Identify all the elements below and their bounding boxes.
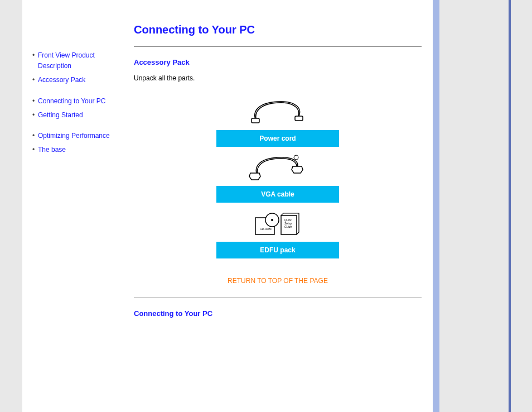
vga-cable-icon xyxy=(244,151,311,183)
section-heading-accessory-pack: Accessory Pack xyxy=(134,58,422,66)
sidebar-item-accessory-pack[interactable]: Accessory Pack xyxy=(32,75,117,85)
sidebar-item-connecting[interactable]: Connecting to Your PC xyxy=(32,96,117,107)
sidebar-nav: Front View Product Description Accessory… xyxy=(22,0,123,412)
sidebar-link[interactable]: Front View Product Description xyxy=(38,51,95,70)
sidebar-link[interactable]: Getting Started xyxy=(38,111,83,119)
accessory-vga-cable: VGA cable xyxy=(216,151,339,203)
sidebar-link[interactable]: Accessory Pack xyxy=(38,76,85,84)
right-border-bar xyxy=(433,0,439,412)
divider xyxy=(134,298,422,298)
accessories-list: Power cord VGA cable xyxy=(134,95,422,263)
page-title: Connecting to Your PC xyxy=(134,23,422,36)
sidebar-link[interactable]: The base xyxy=(38,146,66,154)
svg-rect-0 xyxy=(252,118,259,123)
page-wrapper: Front View Product Description Accessory… xyxy=(22,0,433,412)
edfu-pack-icon: CD-ROM Quick Setup Guide xyxy=(244,207,311,238)
accessory-edfu-pack: CD-ROM Quick Setup Guide EDFU pack xyxy=(216,207,339,258)
accessory-power-cord: Power cord xyxy=(216,95,339,147)
accessory-label: EDFU pack xyxy=(216,242,339,258)
sidebar-item-front-view[interactable]: Front View Product Description xyxy=(32,50,117,71)
divider xyxy=(134,46,422,47)
right-edge-bar xyxy=(509,0,511,412)
svg-rect-1 xyxy=(295,116,303,121)
unpack-text: Unpack all the parts. xyxy=(134,74,422,82)
section-heading-connecting: Connecting to Your PC xyxy=(134,309,422,318)
sidebar-item-optimizing[interactable]: Optimizing Performance xyxy=(32,131,117,141)
sidebar-link[interactable]: Connecting to Your PC xyxy=(38,97,105,105)
sidebar-item-the-base[interactable]: The base xyxy=(32,145,117,155)
svg-text:Guide: Guide xyxy=(284,225,292,228)
return-to-top-link[interactable]: RETURN TO TOP OF THE PAGE xyxy=(228,277,328,285)
sidebar-item-getting-started[interactable]: Getting Started xyxy=(32,110,117,121)
svg-point-2 xyxy=(294,155,298,160)
main-content: Connecting to Your PC Accessory Pack Unp… xyxy=(123,0,433,412)
svg-point-4 xyxy=(271,219,273,221)
power-cord-icon xyxy=(244,95,311,127)
return-to-top[interactable]: RETURN TO TOP OF THE PAGE xyxy=(134,275,422,285)
svg-text:CD-ROM: CD-ROM xyxy=(260,227,272,231)
accessory-label: VGA cable xyxy=(216,186,339,203)
accessory-label: Power cord xyxy=(216,130,339,147)
sidebar-link[interactable]: Optimizing Performance xyxy=(38,132,110,140)
